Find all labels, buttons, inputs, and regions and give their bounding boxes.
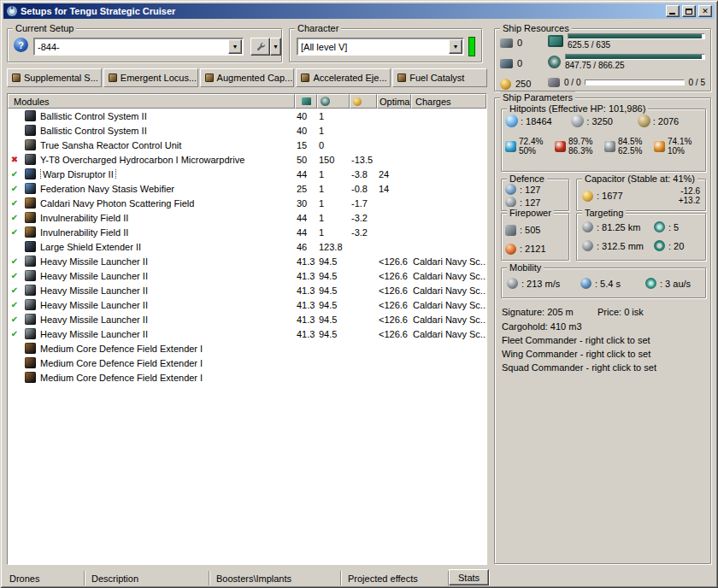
module-row[interactable]: ✔Heavy Missile Launcher II41.394.5<126.6… xyxy=(8,297,486,312)
bottom-tab-label: Drones xyxy=(9,573,39,584)
resource-bar-stack: 847.75 / 866.25 xyxy=(565,54,705,70)
module-icon-cell xyxy=(21,212,38,223)
module-cpu-value: 44 xyxy=(295,227,317,238)
resource-text: 625.5 / 635 xyxy=(568,40,705,50)
capacitor-column-header[interactable] xyxy=(350,94,377,109)
resist-row: 72.4%50%89.7%86.3%84.5%62.5%74.1%10% xyxy=(505,137,703,156)
module-row[interactable]: Ballistic Control System II401 xyxy=(8,109,486,123)
bottom-tab-boosters-implants[interactable]: Boosters\Implants xyxy=(209,571,341,585)
bottom-tab-stats[interactable]: Stats xyxy=(449,569,489,585)
mobility-stat-value: : 213 m/s xyxy=(521,279,560,289)
subsystem-tab[interactable]: Fuel Catalyst xyxy=(392,68,487,87)
bottom-tab-drones[interactable]: Drones xyxy=(3,571,85,585)
subsystem-tab-label: Accelerated Eje... xyxy=(313,73,386,83)
module-row[interactable]: Medium Core Defence Field Extender I xyxy=(8,356,486,370)
minimize-button[interactable] xyxy=(666,5,680,17)
module-row[interactable]: ✔Invulnerability Field II441-3.2 xyxy=(8,225,486,239)
module-optimal-value: <126.6 xyxy=(377,315,411,325)
resource-text-secondary: 0 / 5 xyxy=(689,78,705,87)
resource-bar-row: 0 / 00 / 5 xyxy=(548,72,705,92)
armor-resist-value: 10% xyxy=(668,146,692,156)
setup-tools-dropdown[interactable]: ▼ xyxy=(270,38,281,56)
module-icon xyxy=(25,256,36,267)
subsystem-tab[interactable]: Emergent Locus... xyxy=(103,68,198,87)
subsystem-tab[interactable]: Accelerated Eje... xyxy=(296,68,391,87)
module-row[interactable]: Medium Core Defence Field Extender I xyxy=(8,370,486,385)
charges-column-header[interactable]: Charges xyxy=(411,94,486,109)
resource-bar-stack: 625.5 / 635 xyxy=(568,33,705,50)
fitted-check-icon: ✔ xyxy=(8,326,21,341)
modules-column-header[interactable]: Modules xyxy=(8,94,295,109)
module-powergrid-value: 94.5 xyxy=(317,285,350,296)
bottom-tab-label: Description xyxy=(91,573,138,584)
character-combobox[interactable]: [All level V] ▼ xyxy=(297,38,464,56)
subsystem-tab[interactable]: Augmented Cap... xyxy=(200,68,295,87)
module-cpu-value: 44 xyxy=(295,169,317,179)
module-name: Heavy Missile Launcher II xyxy=(40,285,148,296)
module-name: Invulnerability Field II xyxy=(40,227,128,238)
module-row[interactable]: ✔Heavy Missile Launcher II41.394.5<126.6… xyxy=(8,268,486,283)
armor-resist-value: 86.3% xyxy=(568,146,592,156)
module-row[interactable]: True Sansha Reactor Control Unit150 xyxy=(8,138,486,152)
setup-combobox[interactable]: -844- ▼ xyxy=(33,38,244,56)
resist-values: 74.1%10% xyxy=(668,137,692,156)
module-row[interactable]: ✔Warp Disruptor II441-3.824 xyxy=(8,167,486,181)
subsystem-tab-row: Supplemental S...Emergent Locus...Augmen… xyxy=(7,68,487,87)
subsystem-cube-icon xyxy=(301,74,309,82)
module-row[interactable]: ✔Federation Navy Stasis Webifier251-0.81… xyxy=(8,181,486,196)
titlebar[interactable]: Setups for Tengu Strategic Cruiser ✕ xyxy=(3,3,715,19)
module-row[interactable]: Ballistic Control System II401 xyxy=(8,123,486,138)
character-combobox-value: [All level V] xyxy=(297,42,449,52)
app-icon xyxy=(6,5,18,17)
hitpoints-label: Hitpoints (Effective HP: 101,986) xyxy=(507,103,648,115)
module-charge-value: Caldari Navy Sc... xyxy=(411,285,486,296)
hitpoint-item: : 18464 xyxy=(505,115,571,127)
powergrid-column-header[interactable] xyxy=(317,94,350,109)
resist-item: 84.5%62.5% xyxy=(604,137,654,156)
module-name: Warp Disruptor II xyxy=(40,169,116,179)
cpu-column-header[interactable] xyxy=(295,94,317,109)
module-row[interactable]: ✔Invulnerability Field II441-3.2 xyxy=(8,210,486,225)
armor-resist-value: 62.5% xyxy=(618,146,642,156)
targeting-stat-value: : 312.5 mm xyxy=(597,241,644,251)
module-icon xyxy=(25,212,36,223)
optimal-column-header[interactable]: Optimal xyxy=(377,94,411,109)
module-row[interactable]: Medium Core Defence Field Extender I xyxy=(8,341,486,356)
help-icon[interactable]: ? xyxy=(14,38,28,52)
setup-combobox-arrow[interactable]: ▼ xyxy=(228,39,242,54)
targeting-group: Targeting : 81.25 km: 5: 312.5 mm: 20 xyxy=(576,213,706,261)
character-combobox-arrow[interactable]: ▼ xyxy=(449,39,462,54)
module-row[interactable]: ✖Y-T8 Overcharged Hydrocarbon I Microwar… xyxy=(8,152,486,167)
module-name: Heavy Missile Launcher II xyxy=(40,329,148,339)
character-skill-bar xyxy=(468,37,475,56)
module-optimal-value: <126.6 xyxy=(377,285,411,296)
module-powergrid-value: 0 xyxy=(317,140,350,150)
module-row[interactable]: ✔Caldari Navy Photon Scattering Field301… xyxy=(8,196,486,210)
module-row[interactable]: ✔Heavy Missile Launcher II41.394.5<126.6… xyxy=(8,283,486,297)
module-row[interactable]: ✔Heavy Missile Launcher II41.394.5<126.6… xyxy=(8,254,486,268)
hitpoint-pools: : 18464: 3250: 2076 xyxy=(505,115,703,127)
module-cpu-value: 46 xyxy=(295,242,317,252)
module-name-cell: Medium Core Defence Field Extender I xyxy=(38,344,295,354)
dronebay-icon xyxy=(548,78,560,87)
targeting-label: Targeting xyxy=(582,207,626,219)
bottom-tab-projected-effects[interactable]: Projected effects xyxy=(341,571,449,585)
current-setup-label: Current Setup xyxy=(13,22,76,34)
bottom-tab-description[interactable]: Description xyxy=(85,571,209,585)
armor-icon xyxy=(571,115,584,127)
module-row[interactable]: Large Shield Extender II46123.8 xyxy=(8,239,486,254)
subsystem-tab[interactable]: Supplemental S... xyxy=(7,68,102,87)
module-powergrid-value: 94.5 xyxy=(317,315,350,325)
module-row[interactable]: ✔Heavy Missile Launcher II41.394.5<126.6… xyxy=(8,312,486,326)
module-row[interactable]: ✔Heavy Missile Launcher II41.394.5<126.6… xyxy=(8,326,486,341)
app-window: Setups for Tengu Strategic Cruiser ✕ Cur… xyxy=(0,0,718,588)
launcher-hardpoint-icon xyxy=(500,59,513,68)
maximize-button[interactable] xyxy=(682,5,696,17)
hitpoint-value: : 2076 xyxy=(653,116,680,126)
module-powergrid-value: 94.5 xyxy=(317,271,350,281)
module-icon xyxy=(25,154,36,165)
setup-tools-button[interactable] xyxy=(250,38,270,56)
module-charge-value: Caldari Navy Sc... xyxy=(411,271,486,281)
close-button[interactable]: ✕ xyxy=(698,5,712,17)
mobility-stat: : 5.4 s xyxy=(580,277,645,290)
